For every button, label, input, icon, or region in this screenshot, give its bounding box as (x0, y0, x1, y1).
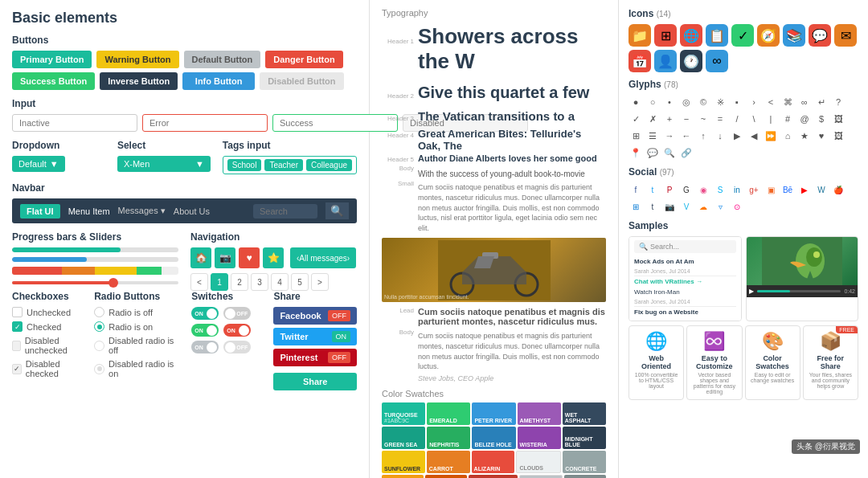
slider-thumb[interactable] (108, 278, 118, 288)
switch-on-1[interactable]: ON (191, 307, 219, 320)
twitter-share[interactable]: Twitter ON (273, 328, 357, 345)
check-checked: ✓ Checked (12, 321, 88, 332)
radio-on: Radio is on (94, 321, 185, 332)
page-1[interactable]: 1 (211, 273, 228, 291)
navbar-section: Navbar Flat UI Menu Item Messages ▾ Abou… (12, 182, 357, 223)
switch-on-2[interactable]: ON (191, 324, 219, 337)
page-next[interactable]: > (311, 273, 329, 291)
sample-search-bar[interactable]: 🔍 Search... (634, 240, 736, 253)
icons-title: Icons (14) (628, 8, 858, 19)
svg-point-7 (813, 251, 820, 258)
switch-danger[interactable]: ON (223, 324, 251, 337)
checkbox-unchecked[interactable] (12, 307, 23, 317)
glyph-minus: − (679, 112, 694, 126)
nav-icon-star[interactable]: ⭐ (263, 247, 284, 268)
glyph-target: ◎ (679, 95, 694, 109)
info-button[interactable]: Info Button (182, 72, 255, 90)
video-controls: ▶ 0:42 (747, 285, 858, 297)
facebook-share[interactable]: Facebook OFF (273, 307, 357, 325)
glyph-check2: ✓ (628, 112, 643, 126)
h2-label: Header 2 (382, 92, 414, 100)
typography-h1: Showers across the W (418, 24, 606, 74)
all-messages-button[interactable]: ‹ All messages › (290, 247, 356, 268)
default-button[interactable]: Default Button (184, 51, 261, 68)
middle-panel: Typography Header 1 Showers across the W… (370, 0, 619, 478)
pinterest-share[interactable]: Pinterest OFF (273, 349, 357, 366)
heading-row: Header 1 Showers across the W (382, 24, 606, 74)
social-dribbble: ◉ (696, 182, 710, 197)
radio-button-off[interactable] (94, 307, 104, 317)
switch-row-3: ON OFF (191, 341, 267, 353)
social-linkedin: in (730, 182, 744, 197)
navbar-item-messages[interactable]: Messages ▾ (118, 206, 166, 216)
inverse-button[interactable]: Inverse Button (100, 72, 178, 90)
switches-title: Switches (191, 291, 267, 302)
primary-button[interactable]: Primary Button (12, 51, 92, 68)
social-title: Social (97) (628, 166, 858, 178)
share-submit-button[interactable]: Share (273, 373, 357, 390)
select-group: Select X-Men ▼ (117, 140, 211, 174)
typography-body3: Cum sociis natoque penatibus et magnis d… (418, 331, 606, 371)
right-arrow-icon: › (347, 254, 350, 263)
swatch-pumpkin: PUMPKIN (425, 475, 467, 478)
navbar-brand[interactable]: Flat UI (20, 204, 60, 219)
color-swatches-icon: 🎨 (751, 331, 795, 352)
danger-button[interactable]: Danger Button (265, 51, 342, 68)
select-box[interactable]: X-Men ▼ (117, 156, 211, 172)
nav-icon-heart[interactable]: ♥ (239, 247, 260, 268)
swatch-wisteria: WISTERIA (518, 427, 561, 449)
product-customize: ♾️ Easy to Customize Vector based shapes… (686, 325, 742, 400)
checkbox-disabled-unchecked (12, 341, 21, 351)
glyph-corner: ↵ (814, 95, 829, 109)
glyph-copyright: © (696, 95, 710, 109)
checkbox-disabled-checked: ✓ (12, 364, 22, 374)
tags-input[interactable]: School Teacher Colleague (223, 156, 357, 174)
page-4[interactable]: 4 (271, 273, 289, 291)
social-skype: S (713, 182, 727, 197)
switch-off-1[interactable]: OFF (223, 307, 251, 320)
tags-title: Tags input (223, 140, 357, 151)
watermark: 头条 @衍果视觉 (792, 439, 860, 454)
social-twitter: t (645, 182, 660, 197)
inactive-input[interactable] (12, 114, 137, 132)
social-section: Social (97) f t P G ◉ S in g+ ▣ Bē ▶ W 🍎 (628, 166, 858, 214)
glyph-hash: # (780, 112, 795, 126)
swatch-orange: ORANGE (382, 475, 424, 478)
left-panel: Basic elements Buttons Primary Button Wa… (0, 0, 370, 478)
glyph-arrow-up: ↑ (696, 129, 710, 143)
switches-section: Switches ON OFF ON (191, 291, 267, 390)
swatch-row-3: SUNFLOWER CARROT ALIZARIN CLOUDS CONCRET… (382, 451, 606, 473)
icons-grid: 📁 ⊞ 🌐 📋 ✓ 🧭 📚 💬 ✉ 📅 👤 🕐 ∞ (628, 24, 858, 72)
navbar-search-input[interactable] (253, 204, 317, 219)
page-prev[interactable]: < (190, 273, 208, 291)
checkbox-checked[interactable]: ✓ (12, 321, 23, 332)
switch-row-1: ON OFF (191, 307, 267, 320)
glyph-star: ★ (797, 129, 812, 143)
radio-button-on[interactable] (94, 321, 104, 332)
navbar-search-button[interactable]: 🔍 (326, 202, 349, 219)
navbar-item-menu[interactable]: Menu Item (68, 206, 110, 216)
swatch-silver: SILVER (519, 475, 563, 478)
nav-icon-camera[interactable]: 📷 (215, 247, 235, 268)
h4-label: Header 4 (382, 132, 414, 139)
swatch-emerald: EMERALD (427, 402, 470, 425)
glyph-tilde: ~ (696, 112, 710, 126)
page-2[interactable]: 2 (231, 273, 248, 291)
typography-h5: Author Diane Alberts loves her some good (418, 153, 597, 163)
dropdown-select[interactable]: Default ▼ (12, 156, 65, 172)
icon-chat: 💬 (809, 24, 831, 47)
nav-icon-home[interactable]: 🏠 (190, 247, 211, 268)
navbar-item-about[interactable]: About Us (174, 206, 210, 216)
page-5[interactable]: 5 (291, 273, 309, 291)
dropdown-group: Dropdown Default ▼ (12, 140, 105, 174)
h1-label: Header 1 (382, 38, 414, 45)
glyph-asterisk: ※ (713, 95, 727, 109)
page-3[interactable]: 3 (251, 273, 268, 291)
error-input[interactable] (142, 114, 268, 132)
icon-mail: ✉ (834, 24, 857, 47)
warning-button[interactable]: Warning Button (96, 51, 178, 68)
search-results: Mock Ads on At Am Sarah Jones, Jul 2014 … (634, 256, 736, 317)
swatch-sunflower: SUNFLOWER (382, 451, 425, 473)
success-button[interactable]: Success Button (12, 72, 95, 90)
input-row (12, 114, 357, 132)
